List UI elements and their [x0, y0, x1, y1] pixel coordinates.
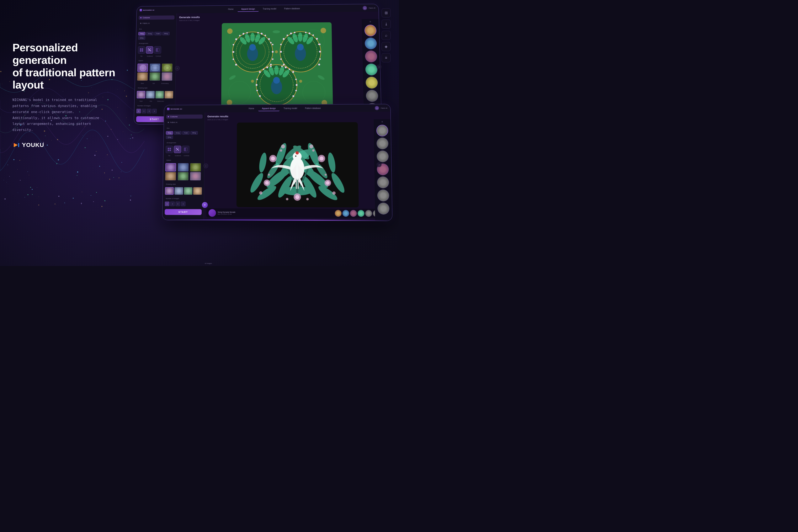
draw-b-2[interactable] — [174, 187, 183, 195]
option-thumb-svg-1 — [138, 64, 148, 72]
option-b-1[interactable] — [166, 163, 176, 171]
draw-b-1[interactable] — [165, 187, 174, 195]
era-tang-bottom[interactable]: Tang — [166, 131, 173, 135]
option-6[interactable] — [162, 72, 172, 81]
tool-grid[interactable]: ⊞ — [382, 8, 391, 17]
arrangement-label: Arrangement — [138, 42, 174, 45]
tab-apparel[interactable]: Apparel design — [238, 6, 259, 12]
thumb-top-1[interactable] — [364, 25, 377, 36]
thumb-top-6[interactable] — [366, 90, 378, 102]
thumb-b-3[interactable] — [377, 150, 389, 162]
costume-dot — [140, 17, 141, 18]
draw-style-2[interactable] — [146, 91, 155, 98]
arrow-nav-bottom[interactable]: ‹ — [204, 164, 208, 168]
era-qing-bottom[interactable]: Qing — [166, 135, 173, 139]
thumb-top-2[interactable] — [365, 38, 377, 50]
option-1[interactable] — [137, 63, 148, 72]
sidebar-costume-bottom[interactable]: Costume — [166, 114, 203, 119]
thumb-top-3[interactable] — [365, 51, 377, 62]
era-tang[interactable]: Tang — [138, 32, 145, 36]
num-b-3[interactable]: 3 — [176, 202, 180, 206]
arr-tile-bottom[interactable] — [166, 146, 173, 153]
option-b-5[interactable] — [178, 172, 189, 180]
thumb-b-2[interactable] — [377, 137, 388, 149]
option-4[interactable] — [137, 72, 148, 81]
tab-home[interactable]: Home — [225, 7, 237, 12]
top-nav-tabs[interactable]: Home Apparel design Training model Patte… — [225, 6, 304, 12]
arr-contrast[interactable] — [154, 46, 162, 53]
bottom-nav-tabs[interactable]: Home Apparel design Training model Patte… — [245, 106, 325, 111]
era-yuan-bottom[interactable]: Yuan — [182, 131, 190, 135]
svg-point-38 — [246, 32, 248, 34]
svg-point-162 — [265, 181, 269, 185]
arr-contrast-bottom[interactable] — [182, 146, 190, 153]
costume-label: Costume — [143, 17, 150, 19]
num-2[interactable]: 2 — [141, 109, 146, 113]
svg-point-46 — [232, 58, 234, 60]
option-3[interactable] — [162, 63, 172, 72]
svg-point-169 — [259, 191, 263, 195]
right-arrow-top[interactable]: › — [377, 64, 382, 70]
sidebar-costume[interactable]: Costume — [139, 15, 174, 20]
thumb-b-6[interactable] — [377, 190, 389, 202]
svg-point-63 — [290, 33, 292, 35]
tab-pattern[interactable]: Pattern database — [280, 6, 304, 12]
draw-label-3: Watercolor — [156, 100, 165, 102]
thumb-b-7[interactable] — [377, 203, 390, 214]
tool-search[interactable]: ⌕ — [382, 31, 391, 40]
sidebar-fabricai-bottom[interactable]: Fabric AI — [166, 120, 203, 125]
draw-style-4[interactable] — [165, 91, 173, 98]
option-b-4[interactable] — [165, 172, 176, 180]
drawing-grid-bottom — [165, 187, 202, 195]
tab-apparel-bottom[interactable]: Apparel design — [258, 106, 280, 111]
num-b-4[interactable]: 4 — [181, 202, 185, 206]
era-yuan[interactable]: Yuan — [154, 32, 162, 35]
tab-training-bottom[interactable]: Training model — [280, 106, 301, 111]
svg-point-35 — [235, 38, 237, 40]
era-ming[interactable]: Ming — [162, 32, 170, 35]
draw-b-3[interactable] — [184, 187, 192, 195]
option-b-6[interactable] — [190, 172, 201, 180]
draw-style-3[interactable] — [155, 91, 164, 98]
option-2[interactable] — [150, 63, 160, 72]
num-b-1[interactable]: 1 — [165, 202, 169, 206]
right-arrow-bottom[interactable]: › — [377, 162, 382, 167]
svg-point-174 — [325, 174, 327, 176]
tool-menu[interactable]: ≡ — [382, 53, 391, 62]
tool-download[interactable]: ⤓ — [382, 20, 391, 29]
add-button-bottom[interactable]: + — [202, 202, 208, 208]
option-b-2[interactable] — [178, 163, 189, 171]
svg-point-42 — [268, 38, 270, 40]
thumb-top-5[interactable] — [365, 77, 378, 89]
num-b-2[interactable]: 2 — [170, 202, 175, 206]
era-ming-bottom[interactable]: Ming — [190, 131, 197, 135]
sidebar-fabricai[interactable]: Fabric AI — [139, 21, 174, 25]
option-b-3[interactable] — [190, 163, 201, 171]
svg-point-93 — [289, 69, 290, 70]
era-song[interactable]: Song — [146, 32, 154, 36]
option-thumb-svg-3 — [162, 64, 173, 72]
era-qing[interactable]: Qing — [138, 36, 145, 40]
thumb-b-5[interactable] — [377, 176, 389, 188]
num-3[interactable]: 3 — [147, 109, 152, 113]
draw-style-1[interactable] — [137, 91, 146, 98]
tab-pattern-bottom[interactable]: Pattern database — [301, 106, 325, 111]
era-song-bottom[interactable]: Song — [174, 131, 182, 135]
start-button-bottom[interactable]: START — [165, 209, 202, 215]
svg-point-122 — [178, 150, 179, 151]
arr-scattered-bottom[interactable] — [174, 146, 181, 153]
thumb-top-4[interactable] — [365, 63, 378, 75]
history-avatar-bottom — [208, 209, 216, 216]
num-1[interactable]: 1 — [136, 109, 141, 113]
tab-training[interactable]: Training model — [259, 6, 280, 12]
arr-scattered[interactable] — [146, 46, 153, 54]
num-4[interactable]: 4 — [152, 109, 157, 113]
top-brand-name: NICHANG AI — [143, 9, 154, 11]
thumb-b-1[interactable] — [376, 125, 388, 136]
tool-style[interactable]: ◈ — [382, 42, 391, 51]
hist-b-thumb-5 — [365, 210, 372, 217]
arr-tile[interactable] — [138, 46, 145, 54]
option-5[interactable] — [149, 72, 160, 81]
draw-b-4[interactable] — [193, 187, 202, 195]
tab-home-bottom[interactable]: Home — [245, 106, 258, 111]
